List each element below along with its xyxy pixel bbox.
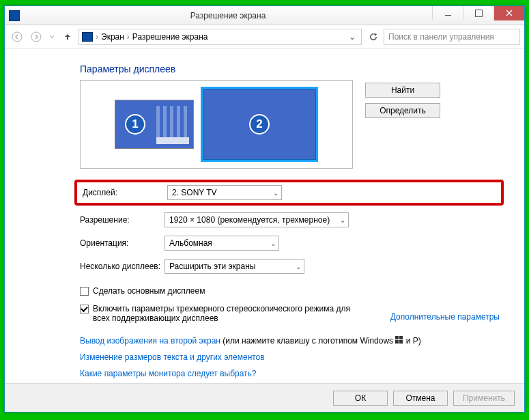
- project-link[interactable]: Вывод изображения на второй экран: [80, 336, 220, 346]
- chevron-right-icon: ›: [127, 32, 130, 42]
- find-button[interactable]: Найти: [365, 83, 440, 98]
- app-icon: [9, 10, 20, 21]
- monitor-number: 2: [249, 114, 270, 135]
- multi-display-select[interactable]: Расширить эти экраны⌄: [165, 259, 304, 274]
- maximize-button[interactable]: [463, 6, 494, 20]
- up-button[interactable]: [59, 29, 76, 45]
- chevron-down-icon: ⌄: [273, 189, 278, 197]
- window: Разрешение экрана › Экран › Разрешение э…: [4, 5, 525, 412]
- resolution-label: Разрешение:: [80, 215, 165, 225]
- display-preview[interactable]: 1 2: [80, 80, 353, 169]
- titlebar: Разрешение экрана: [5, 6, 524, 25]
- orientation-label: Ориентация:: [80, 238, 165, 248]
- breadcrumb[interactable]: › Экран › Разрешение экрана ⌄: [78, 29, 362, 45]
- forward-button[interactable]: [28, 29, 44, 45]
- chevron-down-icon: ⌄: [296, 263, 301, 270]
- advanced-params-link[interactable]: Дополнительные параметры: [390, 312, 500, 322]
- apply-button[interactable]: Применить: [453, 391, 515, 406]
- which-settings-link[interactable]: Какие параметры монитора следует выбрать…: [80, 369, 257, 378]
- detect-button[interactable]: Определить: [365, 103, 440, 118]
- make-primary-label[interactable]: Сделать основным дисплеем: [93, 286, 205, 296]
- make-primary-checkbox[interactable]: [80, 287, 89, 296]
- multi-display-label: Несколько дисплеев:: [80, 262, 165, 271]
- chevron-right-icon: ›: [96, 32, 98, 42]
- page-heading: Параметры дисплеев: [80, 64, 500, 74]
- resolution-select[interactable]: 1920 × 1080 (рекомендуется, трехмерное)⌄: [165, 212, 349, 227]
- close-button[interactable]: [494, 6, 524, 20]
- minimize-button[interactable]: [432, 6, 463, 20]
- monitor-2[interactable]: 2: [201, 87, 318, 162]
- chevron-down-icon: ⌄: [340, 216, 345, 224]
- display-select[interactable]: 2. SONY TV⌄: [167, 185, 282, 200]
- cancel-button[interactable]: Отмена: [393, 391, 448, 406]
- monitor-number: 1: [125, 114, 145, 135]
- breadcrumb-item[interactable]: Экран: [101, 32, 124, 42]
- footer: ОК Отмена Применить: [5, 383, 524, 412]
- back-button[interactable]: [9, 29, 25, 45]
- chevron-down-icon: ⌄: [270, 240, 276, 247]
- highlighted-display-row: Дисплей: 2. SONY TV⌄: [74, 180, 504, 206]
- monitor-1[interactable]: 1: [115, 100, 194, 149]
- content: Параметры дисплеев 1 2 Найти Определить …: [5, 48, 524, 382]
- breadcrumb-dropdown[interactable]: ⌄: [346, 32, 358, 42]
- search-placeholder: Поиск в панели управления: [388, 32, 494, 42]
- svg-point-2: [12, 32, 22, 42]
- stereo-checkbox[interactable]: [80, 305, 89, 313]
- ok-button[interactable]: ОК: [333, 391, 388, 406]
- refresh-button[interactable]: [364, 29, 381, 45]
- history-dropdown[interactable]: [47, 29, 57, 45]
- window-title: Разрешение экрана: [24, 11, 432, 20]
- orientation-select[interactable]: Альбомная⌄: [165, 236, 279, 251]
- navbar: › Экран › Разрешение экрана ⌄ Поиск в па…: [5, 25, 524, 48]
- search-input[interactable]: Поиск в панели управления: [384, 29, 520, 45]
- breadcrumb-item[interactable]: Разрешение экрана: [132, 32, 208, 42]
- stereo-label[interactable]: Включить параметры трехмерного стереоско…: [93, 304, 352, 323]
- svg-point-3: [31, 32, 41, 42]
- text-size-link[interactable]: Изменение размеров текста и других элеме…: [80, 352, 265, 362]
- display-label: Дисплей:: [83, 188, 167, 197]
- windows-key-icon: [395, 336, 403, 344]
- display-icon: [82, 32, 93, 42]
